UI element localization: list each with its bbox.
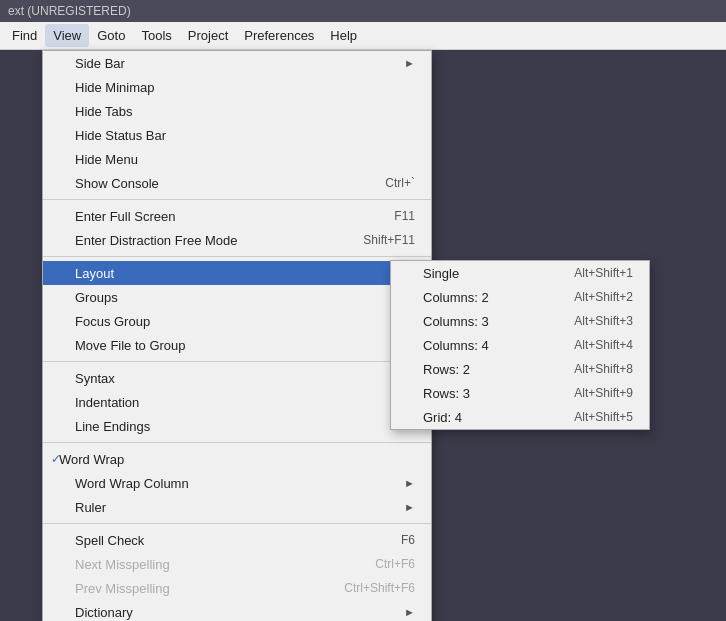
- menu-prev-misspelling: Prev Misspelling Ctrl+Shift+F6: [43, 576, 431, 600]
- layout-rows-2[interactable]: Rows: 2 Alt+Shift+8: [391, 357, 649, 381]
- menu-syntax[interactable]: Syntax ►: [43, 366, 431, 390]
- layout-grid-4[interactable]: Grid: 4 Alt+Shift+5: [391, 405, 649, 429]
- menu-dictionary[interactable]: Dictionary ►: [43, 600, 431, 621]
- menu-spell-check[interactable]: Spell Check F6: [43, 528, 431, 552]
- menubar-help[interactable]: Help: [322, 24, 365, 47]
- separator-4: [43, 442, 431, 443]
- separator-2: [43, 256, 431, 257]
- menu-move-file[interactable]: Move File to Group ►: [43, 333, 431, 357]
- menu-ruler[interactable]: Ruler ►: [43, 495, 431, 519]
- dictionary-arrow: ►: [404, 606, 415, 618]
- menu-word-wrap-column[interactable]: Word Wrap Column ►: [43, 471, 431, 495]
- menubar-preferences[interactable]: Preferences: [236, 24, 322, 47]
- menu-line-endings[interactable]: Line Endings ►: [43, 414, 431, 438]
- menu-show-console[interactable]: Show Console Ctrl+`: [43, 171, 431, 195]
- separator-3: [43, 361, 431, 362]
- menu-word-wrap[interactable]: ✓ Word Wrap: [43, 447, 431, 471]
- menu-hide-minimap[interactable]: Hide Minimap: [43, 75, 431, 99]
- menu-enter-distraction[interactable]: Enter Distraction Free Mode Shift+F11: [43, 228, 431, 252]
- menu-hide-status-bar[interactable]: Hide Status Bar: [43, 123, 431, 147]
- menu-enter-full-screen[interactable]: Enter Full Screen F11: [43, 204, 431, 228]
- layout-columns-3[interactable]: Columns: 3 Alt+Shift+3: [391, 309, 649, 333]
- menubar-tools[interactable]: Tools: [133, 24, 179, 47]
- menu-layout[interactable]: Layout ►: [43, 261, 431, 285]
- word-wrap-check: ✓: [51, 452, 61, 466]
- layout-columns-4[interactable]: Columns: 4 Alt+Shift+4: [391, 333, 649, 357]
- ruler-arrow: ►: [404, 501, 415, 513]
- menu-indentation[interactable]: Indentation ►: [43, 390, 431, 414]
- menubar-goto[interactable]: Goto: [89, 24, 133, 47]
- titlebar: ext (UNREGISTERED): [0, 0, 726, 22]
- layout-rows-3[interactable]: Rows: 3 Alt+Shift+9: [391, 381, 649, 405]
- layout-submenu: Single Alt+Shift+1 Columns: 2 Alt+Shift+…: [390, 260, 650, 430]
- layout-single[interactable]: Single Alt+Shift+1: [391, 261, 649, 285]
- side-bar-arrow: ►: [404, 57, 415, 69]
- menu-groups[interactable]: Groups ►: [43, 285, 431, 309]
- menubar-view[interactable]: View: [45, 24, 89, 47]
- menubar-project[interactable]: Project: [180, 24, 236, 47]
- menubar: Find View Goto Tools Project Preferences…: [0, 22, 726, 50]
- separator-1: [43, 199, 431, 200]
- titlebar-text: ext (UNREGISTERED): [8, 4, 131, 18]
- menu-hide-tabs[interactable]: Hide Tabs: [43, 99, 431, 123]
- menu-focus-group[interactable]: Focus Group ►: [43, 309, 431, 333]
- layout-columns-2[interactable]: Columns: 2 Alt+Shift+2: [391, 285, 649, 309]
- word-wrap-column-arrow: ►: [404, 477, 415, 489]
- menu-hide-menu[interactable]: Hide Menu: [43, 147, 431, 171]
- separator-5: [43, 523, 431, 524]
- menu-side-bar[interactable]: Side Bar ►: [43, 51, 431, 75]
- view-dropdown: Side Bar ► Hide Minimap Hide Tabs Hide S…: [42, 50, 432, 621]
- menubar-find[interactable]: Find: [4, 24, 45, 47]
- menu-next-misspelling: Next Misspelling Ctrl+F6: [43, 552, 431, 576]
